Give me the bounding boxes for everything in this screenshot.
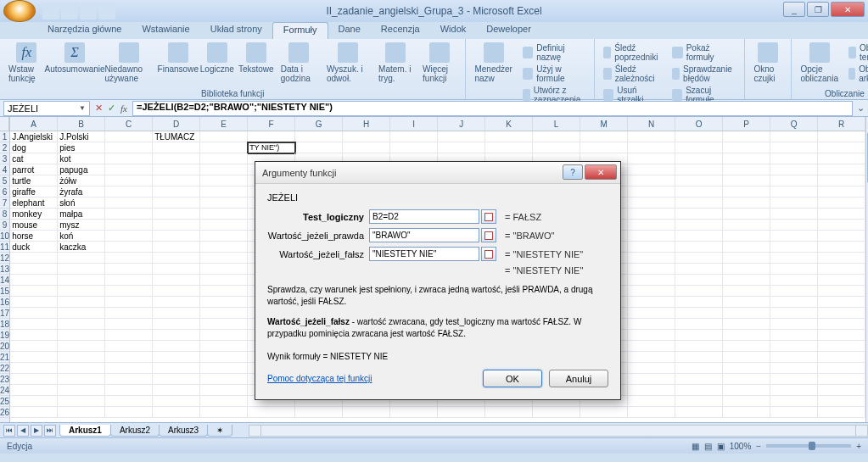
cell-N4[interactable] xyxy=(628,164,675,175)
tab-data[interactable]: Dane xyxy=(328,22,371,39)
row-header[interactable]: 12 xyxy=(0,253,9,264)
cell-A4[interactable]: parrot xyxy=(10,164,58,175)
cell-Q12[interactable] xyxy=(770,253,818,264)
cell-D19[interactable] xyxy=(153,330,200,341)
cell-D2[interactable] xyxy=(153,142,200,153)
cell-C13[interactable] xyxy=(105,264,153,275)
cell-N9[interactable] xyxy=(628,220,675,231)
cell-N5[interactable] xyxy=(628,175,675,186)
cell-A9[interactable]: mouse xyxy=(10,220,58,231)
cell-C17[interactable] xyxy=(105,308,153,319)
view-pagebreak-icon[interactable]: ▣ xyxy=(717,442,725,451)
cell-M1[interactable] xyxy=(580,131,628,142)
cell-M2[interactable] xyxy=(580,142,628,153)
cell-P13[interactable] xyxy=(723,264,770,275)
cell-E12[interactable] xyxy=(200,253,248,264)
collapse-dialog-icon[interactable] xyxy=(481,247,496,261)
cell-C14[interactable] xyxy=(105,275,153,286)
row-header[interactable]: 9 xyxy=(0,220,9,231)
name-box[interactable]: JEŻELI▼ xyxy=(3,101,90,116)
row-header[interactable]: 11 xyxy=(0,242,9,253)
cell-A22[interactable] xyxy=(10,363,58,374)
cell-D22[interactable] xyxy=(153,363,200,374)
cell-A7[interactable]: elephant xyxy=(10,198,58,209)
cell-D15[interactable] xyxy=(153,286,200,297)
cell-A8[interactable]: monkey xyxy=(10,209,58,220)
cell-N1[interactable] xyxy=(628,131,675,142)
cell-B24[interactable] xyxy=(58,385,105,396)
calc-now-button[interactable]: Oblicz teraz xyxy=(845,42,868,63)
cell-Q15[interactable] xyxy=(770,286,818,297)
cell-A23[interactable] xyxy=(10,374,58,385)
watch-window-button[interactable]: Okno czujki xyxy=(750,41,786,85)
row-header[interactable]: 23 xyxy=(0,374,9,385)
cell-Q16[interactable] xyxy=(770,297,818,308)
cell-J26[interactable] xyxy=(438,407,485,418)
cell-D7[interactable] xyxy=(153,198,200,209)
sheet-tab-2[interactable]: Arkusz2 xyxy=(110,425,160,437)
cell-Q24[interactable] xyxy=(770,385,818,396)
cell-N15[interactable] xyxy=(628,286,675,297)
cell-D17[interactable] xyxy=(153,308,200,319)
lookup-button[interactable]: Wyszuk. i odwoł. xyxy=(323,41,372,85)
column-header[interactable]: I xyxy=(390,117,438,131)
cell-C11[interactable] xyxy=(105,242,153,253)
cell-P20[interactable] xyxy=(723,341,770,352)
qat-undo-icon[interactable] xyxy=(61,3,78,19)
cell-N26[interactable] xyxy=(628,407,675,418)
cell-J2[interactable] xyxy=(438,142,485,153)
row-header[interactable]: 6 xyxy=(0,186,9,198)
cell-R2[interactable] xyxy=(818,142,865,153)
row-header[interactable]: 13 xyxy=(0,264,9,275)
row-header[interactable]: 21 xyxy=(0,352,9,363)
cell-A3[interactable]: cat xyxy=(10,153,58,164)
horizontal-scrollbar[interactable] xyxy=(249,425,868,437)
cell-E24[interactable] xyxy=(200,385,248,396)
row-header[interactable]: 19 xyxy=(0,330,9,341)
insert-function-button[interactable]: fxWstaw funkcję xyxy=(5,41,48,85)
column-header[interactable]: H xyxy=(343,117,390,131)
cell-A24[interactable] xyxy=(10,385,58,396)
tab-insert[interactable]: Wstawianie xyxy=(132,22,199,39)
cell-B9[interactable]: mysz xyxy=(58,220,105,231)
cell-E9[interactable] xyxy=(200,220,248,231)
more-functions-button[interactable]: Więcej funkcji xyxy=(419,41,460,85)
cell-G2[interactable] xyxy=(295,142,343,153)
cell-C2[interactable] xyxy=(105,142,153,153)
cell-G26[interactable] xyxy=(295,407,343,418)
cell-O2[interactable] xyxy=(675,142,723,153)
cell-O16[interactable] xyxy=(675,297,723,308)
cell-R20[interactable] xyxy=(818,341,865,352)
cell-D18[interactable] xyxy=(153,319,200,330)
cell-B11[interactable]: kaczka xyxy=(58,242,105,253)
cell-A14[interactable] xyxy=(10,275,58,286)
select-all-corner[interactable] xyxy=(0,117,9,131)
cell-A19[interactable] xyxy=(10,330,58,341)
cell-C21[interactable] xyxy=(105,352,153,363)
row-header[interactable]: 3 xyxy=(0,153,9,164)
cell-O25[interactable] xyxy=(675,396,723,407)
financial-button[interactable]: Finansowe xyxy=(160,41,196,75)
cell-O6[interactable] xyxy=(675,186,723,198)
arg-input-false[interactable] xyxy=(369,247,479,261)
cell-C9[interactable] xyxy=(105,220,153,231)
qat-redo-icon[interactable] xyxy=(80,3,97,19)
row-header[interactable]: 17 xyxy=(0,308,9,319)
cell-A10[interactable]: horse xyxy=(10,231,58,242)
cell-O15[interactable] xyxy=(675,286,723,297)
cell-J1[interactable] xyxy=(438,131,485,142)
cell-P19[interactable] xyxy=(723,330,770,341)
cell-C4[interactable] xyxy=(105,164,153,175)
ok-button[interactable]: OK xyxy=(483,370,542,387)
cell-B21[interactable] xyxy=(58,352,105,363)
column-header[interactable]: J xyxy=(438,117,485,131)
cell-R15[interactable] xyxy=(818,286,865,297)
cell-A16[interactable] xyxy=(10,297,58,308)
close-button[interactable]: ✕ xyxy=(831,2,865,17)
cell-C20[interactable] xyxy=(105,341,153,352)
cell-Q6[interactable] xyxy=(770,186,818,198)
cell-K2[interactable] xyxy=(485,142,533,153)
office-button[interactable] xyxy=(3,0,36,22)
define-name-button[interactable]: Definiuj nazwę xyxy=(519,42,589,63)
cell-A1[interactable]: J.Angielski xyxy=(10,131,58,142)
